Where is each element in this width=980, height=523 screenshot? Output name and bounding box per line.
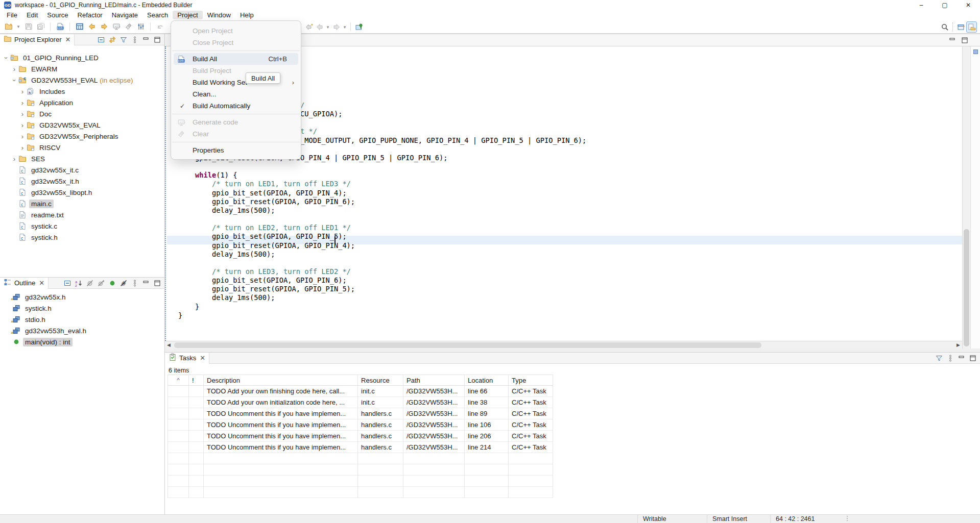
overview-ruler[interactable] xyxy=(970,46,980,348)
close-button[interactable]: ✕ xyxy=(957,0,980,10)
sliders-button[interactable] xyxy=(135,21,146,32)
menu-item-properties[interactable]: Properties xyxy=(174,144,298,156)
chevron-collapsed-icon[interactable]: › xyxy=(19,99,26,107)
chevron-collapsed-icon[interactable]: › xyxy=(19,121,26,129)
tree-item-gd32vw55x-peripherals[interactable]: ›GD32VW55x_Peripherals xyxy=(0,131,164,142)
table-row[interactable]: TODO Add your own finishing code here, c… xyxy=(168,386,553,397)
c-perspective-button[interactable] xyxy=(966,21,977,33)
minimize-icon[interactable] xyxy=(958,354,966,362)
filter-funnel-icon[interactable] xyxy=(935,354,943,362)
chevron-collapsed-icon[interactable]: › xyxy=(19,133,26,140)
link-editor-icon[interactable] xyxy=(108,36,116,44)
tree-item-includes[interactable]: ›hIncludes xyxy=(0,86,164,97)
table-row[interactable]: TODO Uncomment this if you have implemen… xyxy=(168,431,553,442)
collapse-all-icon[interactable] xyxy=(63,279,71,287)
outline-item-main-void-int[interactable]: main(void) : int xyxy=(0,336,164,347)
tree-item-systick-h[interactable]: csystick.h xyxy=(0,232,164,243)
back-arrow-button[interactable] xyxy=(314,21,325,33)
outline-item-stdio-h[interactable]: stdio.h xyxy=(0,314,164,325)
hide-fields-icon[interactable] xyxy=(86,279,94,287)
tree-item-ewarm[interactable]: ›EWARM xyxy=(0,63,164,74)
editor-vertical-scrollbar[interactable] xyxy=(962,46,970,348)
save-button[interactable] xyxy=(23,21,34,32)
filter-funnel-icon[interactable] xyxy=(119,36,128,44)
sort-indicator-column[interactable]: ^ xyxy=(168,375,189,386)
pin-editor-button[interactable] xyxy=(353,21,364,33)
menubar-item-window[interactable]: Window xyxy=(203,11,235,19)
maximize-icon[interactable] xyxy=(969,354,977,362)
yellow-back-button[interactable] xyxy=(86,21,97,32)
menubar-item-project[interactable]: Project xyxy=(173,11,202,19)
chevron-collapsed-icon[interactable]: › xyxy=(19,144,26,152)
tree-item-application[interactable]: ›Application xyxy=(0,97,164,108)
table-row[interactable]: TODO Uncomment this if you have implemen… xyxy=(168,442,553,453)
tab-project-explorer[interactable]: Project Explorer ✕ xyxy=(0,34,75,45)
table-row-empty[interactable] xyxy=(168,476,553,487)
column-header-description[interactable]: Description xyxy=(204,375,358,386)
chevron-expanded-icon[interactable]: › xyxy=(11,77,18,83)
view-menu-icon[interactable] xyxy=(131,36,139,44)
tree-item-riscv[interactable]: ›RISCV xyxy=(0,142,164,153)
tree-item-ses[interactable]: ›SES xyxy=(0,153,164,164)
tab-tasks[interactable]: Tasks ✕ xyxy=(165,353,209,364)
chevron-collapsed-icon[interactable]: › xyxy=(11,155,17,163)
tree-item-gd32vw55x-it-h[interactable]: cgd32vw55x_it.h xyxy=(0,176,164,187)
minimize-button[interactable]: – xyxy=(910,0,933,10)
tree-item-gd32vw553h-eval[interactable]: ›CGD32VW553H_EVAL(in eclipse) xyxy=(0,74,164,86)
forward-arrow-button[interactable] xyxy=(331,21,342,33)
menubar-item-source[interactable]: Source xyxy=(42,11,73,19)
scroll-left-icon[interactable]: ◀ xyxy=(167,342,171,347)
tree-item-main-c[interactable]: cmain.c xyxy=(0,198,164,209)
menubar-item-file[interactable]: File xyxy=(2,11,22,19)
close-icon[interactable]: ✕ xyxy=(65,36,70,43)
tab-outline[interactable]: Outline ✕ xyxy=(0,278,49,289)
scroll-right-icon[interactable]: ▶ xyxy=(957,342,960,347)
tree-item-01-gpio-running-led[interactable]: ›01_GPIO_Running_LED xyxy=(0,52,164,63)
last-edit-location-button[interactable]: ✦ xyxy=(303,21,314,33)
menubar-item-search[interactable]: Search xyxy=(142,11,173,19)
clear-broom-button[interactable] xyxy=(123,21,134,32)
chevron-expanded-icon[interactable]: › xyxy=(3,55,10,61)
table-row[interactable]: TODO Add your own initialization code he… xyxy=(168,397,553,408)
view-menu-icon[interactable] xyxy=(131,279,139,287)
statusbar-drag-handle[interactable] xyxy=(847,516,848,522)
column-header-location[interactable]: Location xyxy=(465,375,509,386)
editor-maximize-icon[interactable] xyxy=(961,36,969,46)
table-row[interactable]: TODO Uncomment this if you have implemen… xyxy=(168,408,553,419)
vertical-scroll-thumb[interactable] xyxy=(964,229,969,346)
maximize-icon[interactable] xyxy=(153,279,161,287)
editor-minimize-icon[interactable] xyxy=(948,36,957,46)
view-menu-icon[interactable] xyxy=(946,354,954,362)
menubar-item-edit[interactable]: Edit xyxy=(22,11,42,19)
table-row-empty[interactable] xyxy=(168,453,553,464)
column-header-path[interactable]: Path xyxy=(403,375,465,386)
sort-az-icon[interactable]: az xyxy=(75,279,83,287)
maximize-icon[interactable] xyxy=(153,36,161,44)
column-header-blank[interactable]: ! xyxy=(189,375,204,386)
dropdown-caret-icon[interactable]: ▾ xyxy=(15,21,21,32)
dropdown-caret-icon[interactable]: ▾ xyxy=(342,21,348,33)
table-row-empty[interactable] xyxy=(168,487,553,498)
menubar-item-navigate[interactable]: Navigate xyxy=(107,11,142,19)
table-row-empty[interactable] xyxy=(168,464,553,476)
yellow-forward-button[interactable] xyxy=(99,21,109,32)
close-icon[interactable]: ✕ xyxy=(200,354,205,362)
tree-item-systick-c[interactable]: csystick.c xyxy=(0,220,164,232)
hide-inactive-icon[interactable]: # xyxy=(119,279,128,287)
tree-item-doc[interactable]: ›Doc xyxy=(0,108,164,119)
search-button[interactable] xyxy=(939,21,950,33)
menubar-item-help[interactable]: Help xyxy=(235,11,258,19)
maximize-button[interactable]: ▢ xyxy=(933,0,957,10)
chevron-collapsed-icon[interactable]: › xyxy=(19,88,26,95)
save-all-button[interactable] xyxy=(35,21,46,32)
menu-item-clean[interactable]: Clean... xyxy=(174,88,298,100)
hide-static-icon[interactable]: s xyxy=(97,279,105,287)
minimize-icon[interactable] xyxy=(142,279,150,287)
build-grid-button[interactable] xyxy=(74,21,85,32)
editor-horizontal-scrollbar[interactable]: ◀ ▶ xyxy=(165,341,962,348)
binary-010-button[interactable]: 010 xyxy=(55,21,65,32)
menu-item-build-all[interactable]: 010Build AllCtrl+B xyxy=(174,53,298,65)
menubar-item-refactor[interactable]: Refactor xyxy=(73,11,107,19)
tree-item-gd32vw55x-libopt-h[interactable]: cgd32vw55x_libopt.h xyxy=(0,187,164,198)
green-dot-icon[interactable] xyxy=(108,279,116,287)
